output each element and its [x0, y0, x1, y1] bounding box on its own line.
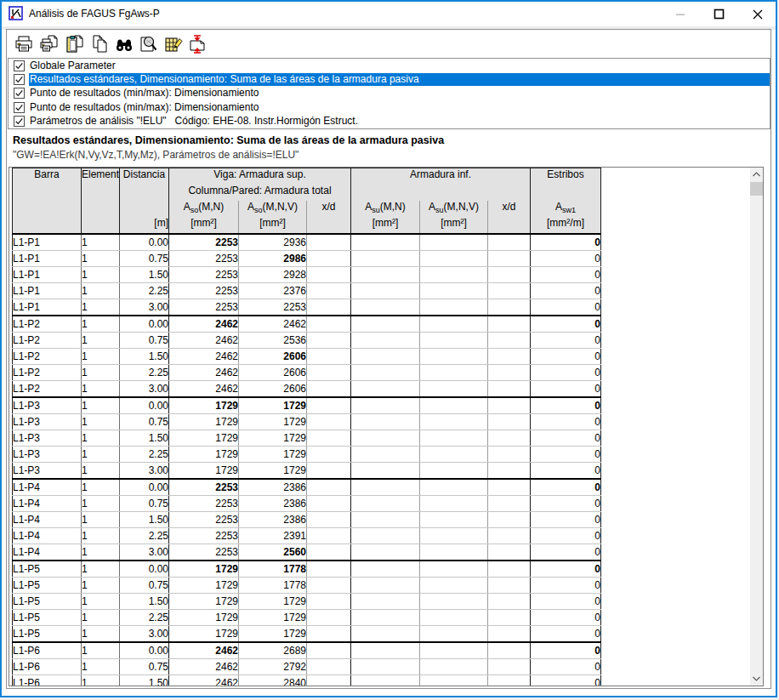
cell-as0mn: 2462	[169, 642, 239, 659]
table-row: L1-P610.75246227920	[13, 658, 601, 674]
cell-as0mn: 1729	[169, 397, 239, 414]
fit-page-height-icon[interactable]	[187, 34, 208, 54]
cell-as0mnv: 2391	[239, 527, 307, 543]
cell-as0mnv: 2792	[239, 658, 307, 674]
list-item-label[interactable]: Parámetros de análisis "!ELU" Código: EH…	[29, 115, 361, 128]
cell-xd2	[488, 511, 531, 527]
list-item[interactable]: Resultados estándares, Dimensionamiento:…	[9, 72, 770, 86]
scroll-down-button[interactable]	[750, 672, 763, 686]
cell-xd1	[307, 348, 351, 364]
cell-asw1: 0	[531, 593, 601, 609]
find-icon[interactable]	[114, 34, 134, 54]
cell-elem: 1	[82, 609, 120, 625]
cell-xd1	[307, 511, 351, 527]
close-button[interactable]	[738, 2, 776, 26]
list-item[interactable]: Globale Parameter	[9, 59, 770, 72]
print-icon[interactable]	[14, 34, 34, 54]
cell-asumn	[351, 674, 420, 686]
cell-xd1	[307, 609, 351, 625]
table-row: L1-P210.75246225360	[13, 332, 601, 348]
cell-xd2	[488, 674, 531, 686]
cell-xd1	[307, 561, 351, 578]
cell-elem: 1	[82, 658, 120, 674]
cell-xd1	[307, 430, 351, 446]
cell-asumnv	[420, 234, 488, 251]
cell-asumn	[351, 364, 420, 380]
cell-xd1	[307, 674, 351, 686]
cell-barra: L1-P5	[13, 593, 82, 609]
table-row: L1-P312.25172917290	[13, 446, 601, 462]
cell-xd1	[307, 642, 351, 659]
zoom-page-icon[interactable]	[138, 34, 158, 54]
cell-as0mnv: 1729	[239, 593, 307, 609]
copy-icon[interactable]	[89, 34, 110, 54]
cell-as0mn: 2462	[169, 380, 239, 397]
cell-barra: L1-P6	[13, 658, 82, 674]
list-item[interactable]: Punto de resultados (min/max): Dimension…	[9, 87, 770, 100]
cell-barra: L1-P3	[13, 397, 82, 414]
cell-asumnv	[420, 266, 488, 282]
list-item-label[interactable]: Globale Parameter	[29, 60, 118, 72]
checkbox-checked-icon[interactable]	[14, 60, 25, 71]
cell-asw1: 0	[531, 316, 601, 333]
cell-as0mnv: 2536	[239, 332, 307, 348]
cell-asumn	[351, 642, 420, 659]
cell-dist: 1.50	[120, 674, 169, 686]
col-header-distancia: Distancia	[120, 168, 169, 217]
cell-xd1	[307, 543, 351, 561]
cell-asw1: 0	[531, 511, 601, 527]
cell-barra: L1-P5	[13, 609, 82, 625]
cell-barra: L1-P1	[13, 234, 82, 251]
checkbox-checked-icon[interactable]	[14, 88, 25, 99]
cell-asumn	[351, 511, 420, 527]
cell-xd2	[488, 316, 531, 333]
minimize-button[interactable]	[661, 2, 699, 26]
cell-barra: L1-P3	[13, 462, 82, 479]
table-row: L1-P610.00246226890	[13, 642, 601, 659]
cell-barra: L1-P5	[13, 625, 82, 642]
vertical-scrollbar[interactable]	[750, 168, 763, 686]
cell-xd2	[488, 577, 531, 593]
scroll-thumb[interactable]	[750, 182, 763, 196]
cell-xd2	[488, 364, 531, 380]
cell-asumn	[351, 397, 420, 414]
list-item[interactable]: Parámetros de análisis "!ELU" Código: EH…	[9, 115, 770, 128]
cell-elem: 1	[82, 413, 120, 430]
cell-as0mn: 2462	[169, 332, 239, 348]
table-row: L1-P310.00172917290	[13, 397, 601, 414]
list-item-label[interactable]: Punto de resultados (min/max): Dimension…	[29, 87, 261, 100]
list-item[interactable]: Punto de resultados (min/max): Dimension…	[9, 100, 770, 114]
list-item-label[interactable]: Resultados estándares, Dimensionamiento:…	[29, 73, 770, 86]
cell-as0mnv: 2689	[239, 642, 307, 659]
unit-mm2-1: [mm²]	[169, 217, 239, 234]
table-row: L1-P110.00225329360	[13, 234, 601, 251]
checkbox-checked-icon[interactable]	[14, 116, 25, 127]
chevron-up-icon	[753, 172, 760, 177]
table-row: L1-P410.00225323860	[13, 479, 601, 496]
cell-asumn	[351, 543, 420, 561]
report-viewport: Barra Elemento Distancia Viga: Armadura …	[9, 167, 764, 686]
checkbox-checked-icon[interactable]	[14, 74, 25, 85]
cell-elem: 1	[82, 282, 120, 299]
cell-elem: 1	[82, 561, 120, 578]
cell-xd2	[488, 348, 531, 364]
cell-as0mnv: 2386	[239, 511, 307, 527]
table-row: L1-P212.25246226060	[13, 364, 601, 380]
cell-as0mnv: 2606	[239, 380, 307, 397]
list-item-label[interactable]: Punto de resultados (min/max): Dimension…	[29, 101, 261, 114]
cell-asumn	[351, 577, 420, 593]
cell-asumnv	[420, 609, 488, 625]
cell-xd1	[307, 495, 351, 511]
scroll-up-button[interactable]	[750, 168, 763, 181]
cell-xd2	[488, 561, 531, 578]
cell-xd1	[307, 234, 351, 251]
cell-asumnv	[420, 299, 488, 316]
cell-elem: 1	[82, 527, 120, 543]
paste-icon[interactable]	[65, 34, 85, 54]
edit-table-icon[interactable]	[163, 34, 184, 54]
checkbox-checked-icon[interactable]	[14, 102, 25, 113]
print-preview-icon[interactable]	[39, 34, 60, 54]
cell-xd2	[488, 332, 531, 348]
maximize-button[interactable]	[700, 2, 738, 26]
cell-as0mnv: 2386	[239, 495, 307, 511]
